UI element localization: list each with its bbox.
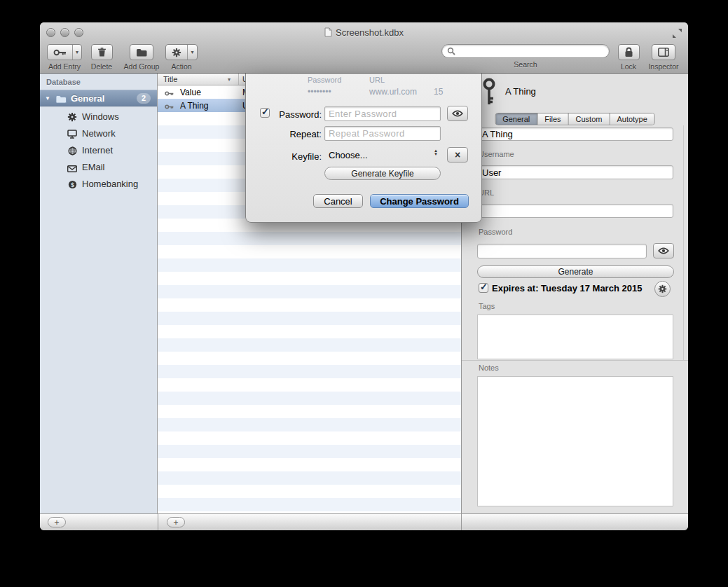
sidebar-item-label: EMail [82, 162, 105, 172]
change-password-sheet: Password URL •••••••• www.url.com 15 ✓ P… [245, 74, 482, 223]
sidebar-item-label: Homebanking [82, 179, 138, 189]
remove-keyfile-button[interactable]: × [447, 147, 468, 163]
action-label: Action [171, 62, 191, 71]
notes-field[interactable] [477, 376, 673, 506]
expires-label: Expires at: Tuesday 17 March 2015 [492, 283, 642, 294]
trash-icon [92, 45, 112, 60]
generate-keyfile-button[interactable]: Generate Keyfile [324, 167, 441, 180]
bottom-bar-divider [158, 514, 158, 530]
expires-settings-button[interactable] [654, 281, 671, 297]
mail-icon [67, 163, 78, 175]
lock-icon [619, 45, 639, 60]
disclosure-triangle-icon[interactable]: ▼ [45, 95, 50, 102]
username-label: Username [479, 150, 514, 158]
tab-general[interactable]: General [495, 113, 537, 125]
database-section-header: Database [46, 78, 81, 86]
globe-icon [67, 146, 78, 158]
username-field[interactable] [477, 165, 673, 179]
key-icon [48, 45, 72, 60]
fullscreen-icon[interactable] [672, 28, 682, 39]
ghost-entry-password: •••••••• [308, 87, 331, 97]
bottom-bar: + + [40, 513, 688, 530]
chevron-down-icon[interactable]: ▾ [72, 45, 81, 60]
gear-icon [166, 45, 187, 60]
keyfile-popup[interactable]: Choose... [329, 150, 368, 160]
action-button[interactable]: ▾ [165, 44, 197, 60]
key-icon [165, 102, 174, 112]
add-group-button[interactable] [130, 44, 153, 60]
url-field[interactable] [477, 204, 673, 218]
bottom-bar-divider [461, 514, 462, 530]
folder-icon [55, 94, 67, 106]
lock-button[interactable] [618, 44, 640, 60]
add-entry-label: Add Entry [48, 62, 81, 71]
sidebar-item-general[interactable]: ▼ General 2 [40, 90, 157, 106]
entry-count-badge: 2 [137, 93, 151, 104]
repeat-label: Repeat: [260, 129, 322, 139]
show-password-button[interactable] [447, 106, 468, 121]
title-field[interactable] [477, 127, 673, 141]
inspector-panel: A Thing General Files Custom Autotype Us… [461, 74, 688, 513]
window-title: Screenshot.kdbx [336, 27, 404, 38]
svg-text:$: $ [71, 181, 74, 188]
tab-autotype[interactable]: Autotype [609, 113, 654, 125]
inspector-tabs: General Files Custom Autotype [495, 113, 655, 125]
ghost-password-column-header: Password [308, 76, 341, 84]
lock-label: Lock [621, 62, 636, 71]
folder-icon [130, 45, 153, 60]
popup-stepper-icon[interactable]: ▲▼ [434, 149, 438, 156]
column-divider[interactable] [238, 74, 239, 85]
chevron-down-icon[interactable]: ▾ [187, 45, 196, 60]
tab-custom[interactable]: Custom [568, 113, 610, 125]
expires-checkbox[interactable]: ✓ [479, 283, 488, 293]
eye-icon [452, 110, 463, 117]
lock-toolbar-item: Lock [613, 44, 644, 71]
gear-icon [67, 112, 78, 125]
add-entry-toolbar-item: ▾ Add Entry [46, 44, 83, 71]
scroll-area-edge[interactable] [683, 125, 684, 360]
column-header-title[interactable]: Title [163, 75, 177, 83]
sidebar-item-windows[interactable]: Windows [40, 109, 157, 125]
sidebar-item-internet[interactable]: Internet [40, 142, 157, 159]
sidebar-item-homebanking[interactable]: $ Homebanking [40, 176, 157, 193]
inspector-button[interactable] [652, 44, 675, 60]
close-icon: × [455, 149, 460, 160]
password-field[interactable] [477, 244, 647, 258]
key-icon [481, 78, 497, 109]
sort-indicator-icon[interactable]: ▾ [228, 76, 231, 83]
add-group-plus-button[interactable]: + [48, 517, 66, 527]
sidebar-item-label: Windows [82, 111, 119, 122]
inspector-label: Inspector [648, 62, 678, 71]
section-divider [462, 360, 688, 361]
ghost-entry-extra: 15 [434, 87, 443, 97]
delete-button[interactable] [91, 44, 113, 60]
inspector-toolbar-item: Inspector [643, 44, 684, 71]
key-icon [165, 89, 174, 99]
add-entry-plus-button[interactable]: + [167, 517, 185, 527]
sidebar-item-label: Network [82, 128, 116, 139]
password-input[interactable] [324, 106, 441, 121]
delete-toolbar-item: Delete [86, 44, 117, 71]
tags-field[interactable] [477, 315, 673, 359]
cancel-button[interactable]: Cancel [313, 194, 363, 208]
eye-icon [658, 247, 669, 254]
add-group-label: Add Group [124, 62, 160, 71]
delete-label: Delete [91, 62, 112, 71]
change-password-button[interactable]: Change Password [370, 194, 469, 208]
show-password-button[interactable] [653, 243, 674, 258]
sidebar-item-label: Internet [82, 145, 113, 156]
tags-label: Tags [479, 302, 495, 310]
keyfile-label: Keyfile: [260, 151, 322, 162]
app-window: Screenshot.kdbx ▾ Add Entry Delete [40, 22, 688, 530]
repeat-password-input[interactable] [324, 126, 441, 141]
sidebar-item-email[interactable]: EMail [40, 159, 157, 176]
add-entry-button[interactable]: ▾ [47, 44, 82, 60]
gear-icon [658, 284, 667, 294]
entry-title: A Thing [180, 101, 208, 111]
generate-password-button[interactable]: Generate [477, 265, 674, 278]
search-input[interactable] [441, 44, 610, 58]
sidebar-item-network[interactable]: Network [40, 125, 157, 142]
tab-files[interactable]: Files [537, 113, 568, 125]
group-label: General [71, 93, 104, 104]
window-chrome: Screenshot.kdbx ▾ Add Entry Delete [40, 22, 688, 74]
